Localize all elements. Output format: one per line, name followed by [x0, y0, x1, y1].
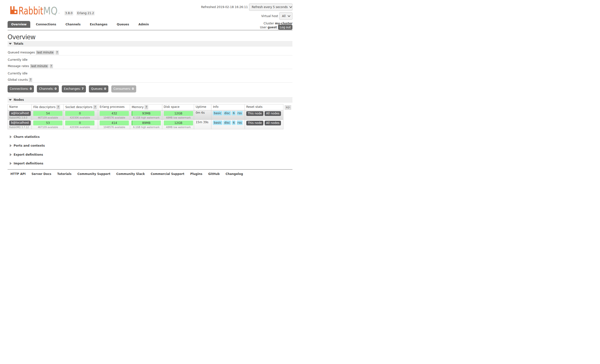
totals-section-header[interactable]: Totals — [8, 41, 293, 47]
header-divider — [8, 30, 293, 30]
nav-tab-overview[interactable]: Overview — [8, 21, 30, 28]
node-name-badge: a@localhost — [9, 111, 31, 116]
file_descriptors-detail: 467109 available — [33, 126, 62, 129]
nodes-table-header-row: NameFile descriptors?Socket descriptors?… — [8, 104, 283, 110]
info-badge-6: 6 — [232, 111, 236, 115]
logo-text-mq: MQ — [43, 6, 58, 15]
footer-link-github[interactable]: GitHub — [208, 172, 220, 176]
column-header-disk_space: Disk space — [162, 104, 194, 110]
refresh-row: Refreshed 2019-02-18 16:26:11 Refresh ev… — [201, 3, 293, 11]
footer-link-tutorials[interactable]: Tutorials — [57, 172, 72, 176]
rabbitmq-logo[interactable]: Rabbit MQ ™ — [10, 6, 60, 16]
memory-meter: 89MB — [132, 121, 161, 125]
column-toggle-button[interactable]: +/- — [285, 105, 291, 110]
node-name-badge: b@localhost — [9, 121, 31, 125]
nav-tab-admin[interactable]: Admin — [135, 21, 153, 28]
cell-memory: 89MB6.1GB high watermark — [130, 120, 162, 129]
triangle-down-icon — [9, 99, 12, 101]
disk_space-meter: 12GB — [164, 121, 193, 125]
disk_space-detail: 48MB low watermark — [164, 116, 193, 119]
footer-link-http-api[interactable]: HTTP API — [10, 172, 26, 176]
chevron-down-icon — [288, 14, 290, 17]
footer-link-plugins[interactable]: Plugins — [190, 172, 202, 176]
memory-meter-used — [132, 121, 132, 125]
reset-all-nodes-button[interactable]: All nodes — [265, 121, 281, 126]
collapsed-section-import-definitions[interactable]: Import definitions — [8, 162, 293, 165]
reset-all-nodes-button[interactable]: All nodes — [265, 111, 281, 116]
nav-tab-queues[interactable]: Queues — [113, 21, 133, 28]
log-out-button[interactable]: Log out — [278, 25, 292, 30]
collapsed-section-churn-statistics[interactable]: Churn statistics — [8, 135, 293, 139]
socket_descriptors-meter: 0 — [65, 121, 94, 125]
cell-actions: This nodeAll nodes — [245, 120, 283, 129]
triangle-right-icon — [10, 144, 12, 147]
stat-heading-label: Message rates — [8, 64, 29, 68]
nodes-table-wrap: NameFile descriptors?Socket descriptors?… — [8, 104, 293, 129]
help-icon[interactable]: ? — [50, 64, 53, 68]
erlang_processes-detail: 1048576 available — [100, 126, 129, 129]
rabbit-icon-eye — [14, 11, 16, 13]
footer-link-community-support[interactable]: Community Support — [77, 172, 110, 176]
totals-section: Totals Queued messageslast minute?Curren… — [8, 41, 293, 92]
cell-memory: 93MB6.1GB high watermark — [130, 110, 162, 120]
cell-disk_space: 12GB48MB low watermark — [162, 110, 194, 120]
footer-link-changelog[interactable]: Changelog — [226, 172, 243, 176]
nav-tab-item: Overview — [8, 21, 30, 28]
erlang_processes-detail: 1048576 available — [100, 116, 129, 119]
memory-detail: 6.1GB high watermark — [132, 126, 161, 129]
disk_space-value: 12GB — [174, 121, 182, 125]
help-icon[interactable]: ? — [29, 78, 32, 82]
memory-value: 93MB — [142, 112, 151, 115]
erlang_processes-value: 414 — [112, 121, 117, 125]
stat-heading: Message rateslast minute? — [8, 64, 293, 69]
nodes-section-header[interactable]: Nodes — [8, 97, 293, 103]
virtual-host-label: Virtual host — [261, 14, 278, 18]
file_descriptors-value: 54 — [46, 112, 50, 115]
virtual-host-select[interactable]: All — [279, 12, 292, 20]
node-row: b@localhostRabbitMQ 3.7.1253467109 avail… — [8, 120, 283, 129]
footer-link-community-slack[interactable]: Community Slack — [116, 172, 145, 176]
cell-info: basicdisc6rss — [211, 110, 245, 120]
nav-tab-connections[interactable]: Connections — [32, 21, 60, 28]
info-badge-basic: basic — [213, 121, 222, 125]
reset-this-node-button[interactable]: This node — [246, 111, 263, 116]
help-icon[interactable]: ? — [56, 105, 60, 109]
count-badge-queues: Queues: 0 — [89, 85, 108, 92]
help-icon[interactable]: ? — [55, 51, 59, 55]
nav-tab-item: Admin — [135, 21, 153, 28]
rabbitmq-version-badge: 3.8.0 — [64, 11, 74, 16]
erlang_processes-meter: 432 — [100, 111, 129, 116]
socket_descriptors-value: 0 — [79, 121, 81, 125]
logo-trademark: ™ — [58, 13, 60, 15]
node-version-label: RabbitMQ 3.7.12 — [9, 126, 30, 129]
memory-meter: 93MB — [132, 111, 161, 116]
socket_descriptors-value: 0 — [79, 112, 81, 115]
cell-file_descriptors: 54467109 available — [32, 110, 64, 120]
triangle-down-icon — [9, 43, 12, 45]
reset-this-node-button[interactable]: This node — [246, 121, 263, 126]
info-badge-rss: rss — [237, 121, 243, 125]
cell-name: b@localhostRabbitMQ 3.7.12 — [8, 120, 32, 129]
refresh-interval-select[interactable]: Refresh every 5 seconds — [249, 3, 292, 11]
nav-tab-exchanges[interactable]: Exchanges — [86, 21, 111, 28]
time-range-chip[interactable]: last minute — [30, 64, 49, 68]
collapsed-section-export-definitions[interactable]: Export definitions — [8, 153, 293, 157]
logo-text-rabbit: Rabbit — [19, 6, 43, 15]
footer-link-commercial-support[interactable]: Commercial Support — [151, 172, 184, 176]
nav-tab-channels[interactable]: Channels — [62, 21, 84, 28]
collapsed-section-ports-and-contexts[interactable]: Ports and contexts — [8, 144, 293, 148]
nav-tab-item: Connections — [32, 21, 60, 28]
collapsed-sections: Churn statisticsPorts and contextsExport… — [8, 135, 293, 166]
time-range-chip[interactable]: last minute — [36, 51, 54, 55]
socket_descriptors-detail: 420306 available — [65, 116, 94, 119]
refreshed-timestamp: Refreshed 2019-02-18 16:26:11 — [201, 5, 248, 9]
column-header-socket_descriptors: Socket descriptors? — [64, 104, 98, 110]
file_descriptors-meter: 54 — [33, 111, 62, 116]
help-icon[interactable]: ? — [93, 105, 97, 109]
virtual-host-row: Virtual host All — [261, 12, 292, 20]
idle-status-text: Currently idle — [8, 58, 293, 62]
totals-stats: Queued messageslast minute?Currently idl… — [8, 51, 293, 75]
rabbitmq-logo-graphic: Rabbit MQ ™ — [10, 6, 60, 15]
help-icon[interactable]: ? — [145, 105, 148, 109]
footer-link-server-docs[interactable]: Server Docs — [31, 172, 51, 176]
